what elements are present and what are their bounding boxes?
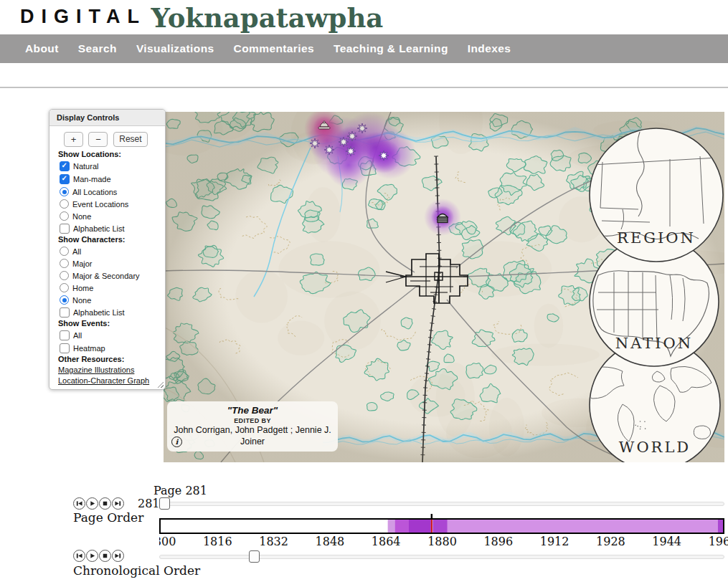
- page-skip-to-start-button[interactable]: [73, 497, 85, 510]
- svg-text:NATION: NATION: [615, 335, 693, 352]
- skip-to-start-icon: [75, 500, 83, 507]
- skip-to-end-icon: [114, 500, 122, 507]
- page-skip-to-end-button[interactable]: [112, 497, 124, 510]
- panel-title[interactable]: Display Controls: [49, 110, 165, 126]
- event-location-marker[interactable]: [357, 123, 367, 133]
- event-locations-radio[interactable]: [60, 199, 69, 209]
- natural-checkbox[interactable]: [60, 161, 70, 171]
- nav-item-search[interactable]: Search: [78, 42, 117, 55]
- characters-home-radio[interactable]: [60, 283, 69, 292]
- locations-alphabetic-checkbox[interactable]: [60, 224, 70, 234]
- svg-text:1912: 1912: [540, 535, 569, 548]
- chronological-media-controls: [73, 550, 124, 562]
- show-characters-heading: Show Characters:: [58, 235, 159, 244]
- logo-brand: Yoknapatawpha: [151, 2, 383, 34]
- svg-text:WORLD: WORLD: [619, 439, 691, 456]
- current-page-label: Page 281: [153, 484, 207, 497]
- events-all-label: All: [73, 331, 82, 340]
- nav-item-indexes[interactable]: Indexes: [468, 42, 511, 55]
- svg-text:1800: 1800: [159, 535, 176, 548]
- header-divider: [0, 87, 728, 88]
- nav-item-commentaries[interactable]: Commentaries: [234, 42, 314, 55]
- svg-text:1944: 1944: [652, 535, 681, 548]
- all-locations-radio[interactable]: [60, 187, 69, 196]
- locations-none-radio[interactable]: [60, 211, 69, 221]
- play-icon: [88, 552, 96, 560]
- event-location-marker[interactable]: [310, 138, 320, 148]
- reset-button[interactable]: Reset: [113, 132, 148, 147]
- skip-to-end-icon: [114, 552, 122, 560]
- chronological-slider-track[interactable]: [159, 555, 724, 559]
- zoom-out-button[interactable]: −: [88, 132, 108, 147]
- svg-text:1880: 1880: [427, 535, 457, 548]
- svg-text:1928: 1928: [596, 535, 625, 548]
- page-order-slider-track[interactable]: [159, 502, 724, 506]
- svg-text:1896: 1896: [483, 535, 513, 548]
- skip-to-start-icon: [75, 552, 83, 560]
- page-order-media-controls: [73, 497, 124, 510]
- characters-major-label: Major: [72, 259, 93, 268]
- characters-none-radio[interactable]: [60, 295, 69, 305]
- logo-prefix: DIGITAL: [20, 6, 146, 27]
- show-locations-heading: Show Locations:: [58, 150, 159, 158]
- location-character-graph-link[interactable]: Location-Character Graph: [58, 376, 159, 385]
- event-location-marker[interactable]: [346, 146, 356, 156]
- chrono-skip-to-end-button[interactable]: [112, 550, 124, 562]
- editors-names: John Corrigan, John Padgett ; Jennie J. …: [173, 425, 332, 447]
- main-nav: About Search Visualizations Commentaries…: [0, 34, 728, 63]
- events-all-checkbox[interactable]: [60, 330, 70, 340]
- chronological-slider-handle[interactable]: [249, 550, 260, 563]
- event-location-marker[interactable]: [347, 131, 357, 141]
- nav-item-visualizations[interactable]: Visualizations: [136, 42, 214, 55]
- events-heatmap-checkbox[interactable]: [60, 343, 70, 353]
- characters-alphabetic-checkbox[interactable]: [60, 307, 70, 318]
- characters-major-radio[interactable]: [60, 259, 69, 268]
- characters-major-secondary-radio[interactable]: [60, 271, 69, 280]
- page-slider-value: 281: [138, 497, 160, 510]
- svg-text:REGION: REGION: [617, 229, 696, 247]
- locations-alphabetic-label: Alphabetic List: [73, 224, 125, 233]
- nav-item-about[interactable]: About: [25, 42, 59, 55]
- man-made-label: Man-made: [73, 175, 111, 183]
- characters-alphabetic-label: Alphabetic List: [73, 308, 125, 317]
- event-location-marker[interactable]: [339, 137, 349, 147]
- text-info-box: "The Bear" EDITED BY John Corrigan, John…: [167, 401, 338, 452]
- locations-none-label: None: [72, 212, 91, 221]
- characters-major-secondary-label: Major & Secondary: [72, 272, 140, 280]
- map-area[interactable]: WORLDNATIONREGION "The Bear" EDITED BY J…: [164, 112, 724, 462]
- display-controls-panel: Display Controls + − Reset Show Location…: [49, 109, 166, 390]
- play-icon: [88, 500, 96, 507]
- inset-region[interactable]: REGION: [590, 128, 723, 262]
- events-heatmap-label: Heatmap: [73, 344, 105, 353]
- magazine-illustrations-link[interactable]: Magazine Illustrations: [58, 366, 159, 374]
- other-resources-heading: Other Resources:: [58, 355, 159, 363]
- stop-icon: [101, 500, 109, 507]
- svg-text:1832: 1832: [259, 535, 288, 548]
- stop-icon: [101, 552, 109, 560]
- natural-label: Natural: [73, 162, 98, 171]
- zoom-in-button[interactable]: +: [64, 132, 83, 147]
- edited-by-label: EDITED BY: [173, 417, 332, 424]
- event-location-marker[interactable]: [379, 151, 389, 161]
- characters-all-radio[interactable]: [60, 247, 69, 256]
- characters-home-label: Home: [72, 284, 93, 292]
- nav-item-teaching[interactable]: Teaching & Learning: [334, 42, 448, 55]
- characters-none-label: None: [72, 296, 91, 305]
- page-order-slider-handle[interactable]: [159, 497, 170, 510]
- page-play-button[interactable]: [86, 497, 98, 510]
- page-order-label: Page Order: [73, 510, 143, 525]
- man-made-checkbox[interactable]: [60, 174, 70, 184]
- chrono-stop-button[interactable]: [99, 550, 111, 562]
- svg-text:1848: 1848: [316, 535, 345, 548]
- svg-text:1960: 1960: [709, 535, 728, 548]
- narrative-timeline[interactable]: 1800181618321848186418801896191219281944…: [159, 512, 728, 550]
- site-logo[interactable]: DIGITAL Yoknapatawpha: [20, 2, 383, 34]
- chrono-skip-to-start-button[interactable]: [73, 550, 85, 562]
- event-location-marker[interactable]: [324, 145, 334, 155]
- chrono-play-button[interactable]: [86, 550, 98, 562]
- all-locations-label: All Locations: [72, 188, 117, 196]
- text-title: "The Bear": [173, 405, 332, 416]
- svg-text:1864: 1864: [372, 535, 401, 548]
- page-stop-button[interactable]: [99, 497, 111, 510]
- cabin-marker[interactable]: [438, 214, 448, 223]
